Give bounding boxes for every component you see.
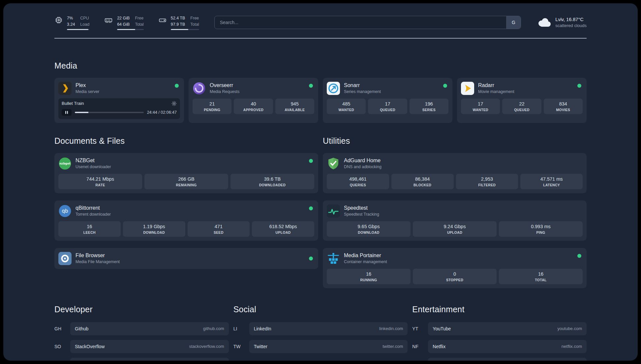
- app-card-sonarr[interactable]: Sonarr Series management 485 WANTED 17 Q…: [323, 78, 452, 123]
- app-name: qBittorrent: [76, 205, 111, 211]
- bookmark-netflix: NF Netflix netflix.com: [412, 340, 587, 353]
- stat-queued: 22 QUEUED: [502, 99, 541, 114]
- cpu-load-value: 3.24: [67, 21, 75, 28]
- app-description: Torrent downloader: [76, 212, 111, 217]
- stat-queries: 498,461 QUERIES: [327, 174, 389, 189]
- app-description: Media Requests: [210, 89, 239, 94]
- bookmark-link[interactable]: StackOverflow stackoverflow.com: [70, 340, 229, 353]
- app-name: File Browser: [76, 253, 120, 258]
- bookmark-link[interactable]: YouTube youtube.com: [428, 322, 587, 335]
- cpu-usage-value: 7%: [67, 15, 75, 21]
- app-description: Speedtest Tracking: [344, 212, 379, 217]
- bookmark-twitter: TW Twitter twitter.com: [233, 340, 408, 353]
- memory-usage-bar: [117, 29, 144, 30]
- status-dot: [309, 84, 313, 88]
- playback-progress-fill: [75, 112, 88, 113]
- nzbget-icon: nzbget: [58, 157, 72, 170]
- stat-running: 16 RUNNING: [327, 269, 411, 284]
- portainer-icon: [327, 252, 340, 265]
- sonarr-icon: [327, 82, 340, 95]
- dashboard-panel: 7% 3.24 CPU Load: [3, 3, 638, 361]
- status-dot: [577, 84, 581, 88]
- app-description: Usenet downloader: [76, 165, 111, 169]
- status-dot: [309, 159, 313, 163]
- section-title-social: Social: [233, 305, 408, 314]
- now-playing-title: Bullet Train: [62, 101, 84, 106]
- stat-available: 945 AVAILABLE: [275, 99, 314, 114]
- app-card-plex[interactable]: Plex Media server Bullet Train: [54, 78, 184, 123]
- weather-condition: scattered clouds: [555, 23, 587, 28]
- cpu-load-label: Load: [80, 21, 89, 28]
- app-name: Speedtest: [344, 205, 379, 211]
- bookmark-github: GH Github github.com: [54, 322, 229, 335]
- app-card-adguard[interactable]: AdGuard Home DNS and adblocking 498,461 …: [323, 153, 587, 193]
- memory-total-label: Total: [135, 21, 143, 28]
- memory-total-value: 64 GiB: [117, 21, 130, 28]
- stat-ping: 0.993 ms PING: [499, 221, 583, 237]
- stat-latency: 47.571 ms LATENCY: [520, 174, 583, 189]
- memory-free-value: 22 GiB: [117, 15, 130, 21]
- bookmark-link[interactable]: Netflix netflix.com: [428, 340, 587, 353]
- app-card-overseerr[interactable]: Overseerr Media Requests 21 PENDING 40 A…: [189, 78, 318, 123]
- app-card-radarr[interactable]: Radarr Movie management 17 WANTED 22 QUE…: [457, 78, 587, 123]
- app-card-filebrowser[interactable]: File Browser Media File Management: [54, 248, 318, 269]
- app-card-speedtest[interactable]: Speedtest Speedtest Tracking 9.65 Gbps D…: [323, 200, 587, 241]
- stat-seed: 471 SEED: [188, 221, 250, 237]
- disk-free-label: Free: [190, 15, 199, 21]
- stat-queued: 17 QUEUED: [368, 99, 407, 114]
- app-card-portainer[interactable]: Media Portainer Container management 16 …: [323, 248, 587, 288]
- app-description: Movie management: [478, 89, 514, 94]
- filebrowser-icon: [58, 252, 72, 265]
- status-dot: [577, 254, 581, 258]
- status-dot: [175, 84, 179, 88]
- stat-series: 196 SERIES: [410, 99, 448, 114]
- stat-rate: 744.21 Mbps RATE: [58, 174, 142, 189]
- app-description: Container management: [344, 259, 387, 264]
- radarr-icon: [461, 82, 474, 95]
- bookmark-link[interactable]: Twitter twitter.com: [249, 340, 408, 353]
- bookmark-link[interactable]: Reddit reddit.com: [428, 358, 587, 361]
- section-title-developer: Developer: [54, 305, 229, 314]
- adguard-icon: [327, 157, 340, 170]
- app-name: Sonarr: [344, 82, 381, 88]
- stat-approved: 40 APPROVED: [234, 99, 273, 114]
- section-documents: Documents & Files nzbget NZBGet: [54, 136, 318, 269]
- disk-total-label: Total: [190, 21, 199, 28]
- disk-icon: [158, 16, 167, 24]
- stat-filtered: 2,953 FILTERED: [456, 174, 518, 189]
- stat-pending: 21 PENDING: [193, 99, 231, 114]
- bookmark-dev: DT DEV dev.to: [54, 358, 229, 361]
- bookmark-link[interactable]: DEV dev.to: [70, 358, 229, 361]
- app-name: Media Portainer: [344, 253, 387, 258]
- search-bar: G: [214, 16, 521, 29]
- app-name: NZBGet: [76, 158, 111, 164]
- pause-button[interactable]: [62, 109, 72, 116]
- playback-progress-bar[interactable]: [75, 112, 144, 113]
- bookmark-abbr: NF: [412, 344, 428, 349]
- settings-gear-icon[interactable]: [171, 101, 177, 106]
- bookmark-linkedin: LI LinkedIn linkedin.com: [233, 322, 408, 335]
- app-card-qbittorrent[interactable]: qb qBittorrent Torrent downloader 16 LEE…: [54, 200, 318, 241]
- app-card-nzbget[interactable]: nzbget NZBGet Usenet downloader 744.21 M…: [54, 153, 318, 193]
- bookmark-link[interactable]: LinkedIn linkedin.com: [249, 322, 408, 335]
- disk-total-value: 97.9 TB: [171, 21, 185, 28]
- app-name: Overseerr: [210, 82, 239, 88]
- search-input[interactable]: [214, 16, 521, 29]
- bookmark-group-developer: Developer GH Github github.com SO StackO…: [54, 305, 229, 361]
- speedtest-icon: [327, 204, 340, 218]
- bookmark-group-entertainment: Entertainment YT YouTube youtube.com NF …: [412, 305, 587, 361]
- search-provider-button[interactable]: G: [506, 16, 521, 29]
- playback-time: 24:44 / 02:06:47: [147, 110, 177, 115]
- bookmark-link[interactable]: Github github.com: [70, 322, 229, 335]
- bookmark-abbr: SO: [54, 344, 70, 349]
- bookmark-abbr: LI: [233, 326, 249, 331]
- section-title-entertainment: Entertainment: [412, 305, 587, 314]
- app-description: DNS and adblocking: [344, 165, 382, 169]
- section-title-media: Media: [54, 61, 587, 71]
- app-name: Plex: [76, 82, 99, 88]
- resource-memory: 22 GiB 64 GiB Free Total: [104, 15, 144, 30]
- stat-downloaded: 39.6 TB DOWNLOADED: [230, 174, 314, 189]
- cpu-usage-label: CPU: [80, 15, 89, 21]
- stat-movies: 834 MOVIES: [544, 99, 583, 114]
- top-bar: 7% 3.24 CPU Load: [54, 15, 587, 30]
